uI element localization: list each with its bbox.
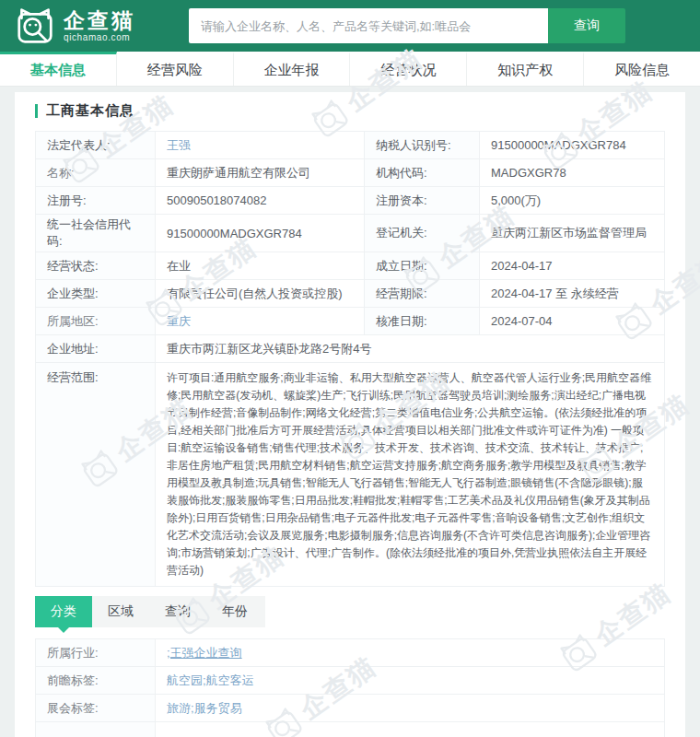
- active-filter-pointer: [58, 627, 69, 633]
- table-row: 展会标签: 旅游;服务贸易: [36, 695, 665, 722]
- value-registration-authority: 重庆两江新区市场监督管理局: [480, 215, 665, 252]
- label-company-name: 名称:: [36, 159, 156, 187]
- filter-tab-bar: 分类 区域 查询 年份: [35, 596, 265, 627]
- value-business-status: 在业: [156, 252, 365, 280]
- section-header: 工商基本信息: [15, 92, 685, 127]
- tags-table: 所属行业: ;王强企业查询 前瞻标签: 航空园;航空客运 展会标签: 旅游;服务…: [35, 638, 665, 737]
- value-credit-code: 91500000MADGXGR784: [156, 215, 365, 252]
- search-bar: 查询: [189, 8, 625, 43]
- label-taxpayer-id: 纳税人识别号:: [365, 132, 480, 159]
- table-row: 法定代表人: 王强 纳税人识别号: 91500000MADGXGR784: [36, 132, 665, 159]
- qianzhan-tag-link[interactable]: 航空园: [167, 673, 203, 687]
- page-title: 工商基本信息: [46, 102, 134, 120]
- label-region: 所属地区:: [36, 308, 156, 335]
- label-credit-code: 统一社会信用代码:: [36, 215, 156, 252]
- value-business-scope: 许可项目:通用航空服务;商业非运输、私用大型航空器运营人、航空器代管人运行业务;…: [156, 363, 665, 587]
- table-row: 企业类型: 有限责任公司(自然人投资或控股) 经营期限: 2024-04-17 …: [36, 280, 665, 308]
- next-row-sliver: [156, 722, 665, 737]
- search-button[interactable]: 查询: [548, 8, 625, 43]
- value-approval-date: 2024-07-04: [480, 308, 665, 335]
- filter-tab-query[interactable]: 查询: [149, 596, 206, 627]
- value-business-term: 2024-04-17 至 永续经营: [480, 280, 665, 308]
- exhibition-tag-link[interactable]: 旅游: [167, 701, 191, 715]
- label-legal-representative: 法定代表人:: [36, 132, 156, 159]
- section-accent-bar: [35, 104, 38, 118]
- label-registration-number: 注册号:: [36, 187, 156, 215]
- label-registered-capital: 注册资本:: [365, 187, 480, 215]
- value-legal-representative: 王强: [156, 132, 365, 159]
- tab-business-risk[interactable]: 经营风险: [117, 52, 234, 86]
- value-company-type: 有限责任公司(自然人投资或控股): [156, 280, 365, 308]
- value-region: 重庆: [156, 308, 365, 335]
- filter-tab-region[interactable]: 区域: [92, 596, 149, 627]
- legal-representative-link[interactable]: 王强: [167, 138, 191, 152]
- label-approval-date: 核准日期:: [365, 308, 480, 335]
- table-row: 所属行业: ;王强企业查询: [36, 639, 665, 667]
- business-info-table: 法定代表人: 王强 纳税人识别号: 91500000MADGXGR784 名称:…: [35, 131, 665, 587]
- logo-domain: qichamao.com: [64, 32, 135, 42]
- label-establish-date: 成立日期:: [365, 252, 480, 280]
- table-row: 名称: 重庆朗萨通用航空有限公司 机构代码: MADGXGR78: [36, 159, 665, 187]
- qianzhan-tag-link[interactable]: 航空客运: [206, 673, 254, 687]
- label-company-address: 企业地址:: [36, 335, 156, 363]
- label-exhibition-tags: 展会标签:: [36, 695, 156, 722]
- exhibition-tag-link[interactable]: 服务贸易: [194, 701, 242, 715]
- label-business-term: 经营期限:: [365, 280, 480, 308]
- value-company-address: 重庆市两江新区龙兴镇卧龙路2号附4号: [156, 335, 665, 363]
- table-row: 注册号: 500905018074082 注册资本: 5,000(万): [36, 187, 665, 215]
- value-org-code: MADGXGR78: [480, 159, 665, 187]
- table-row: 所属地区: 重庆 核准日期: 2024-07-04: [36, 308, 665, 335]
- business-scope-text: 许可项目:通用航空服务;商业非运输、私用大型航空器运营人、航空器代管人运行业务;…: [167, 369, 653, 579]
- value-registration-number: 500905018074082: [156, 187, 365, 215]
- value-establish-date: 2024-04-17: [480, 252, 665, 280]
- tab-intellectual-property[interactable]: 知识产权: [467, 52, 584, 86]
- table-row: 前瞻标签: 航空园;航空客运: [36, 667, 665, 695]
- table-row: [36, 722, 665, 737]
- label-company-type: 企业类型:: [36, 280, 156, 308]
- table-row: 经营状态: 在业 成立日期: 2024-04-17: [36, 252, 665, 280]
- logo-title: 企查猫: [64, 9, 135, 31]
- table-row: 统一社会信用代码: 91500000MADGXGR784 登记机关: 重庆两江新…: [36, 215, 665, 252]
- app-header: 企查猫 qichamao.com 查询: [0, 0, 700, 52]
- cat-magnifier-icon: [15, 7, 55, 44]
- value-exhibition-tags: 旅游;服务贸易: [156, 695, 665, 722]
- value-taxpayer-id: 91500000MADGXGR784: [480, 132, 665, 159]
- label-org-code: 机构代码:: [365, 159, 480, 187]
- main-nav: 基本信息 经营风险 企业年报 经营状况 知识产权 风险信息: [0, 52, 700, 87]
- label-registration-authority: 登记机关:: [365, 215, 480, 252]
- tab-annual-report[interactable]: 企业年报: [234, 52, 351, 86]
- industry-link[interactable]: ;王强企业查询: [167, 646, 242, 660]
- filter-tab-year[interactable]: 年份: [206, 596, 263, 627]
- value-qianzhan-tags: 航空园;航空客运: [156, 667, 665, 695]
- label-qianzhan-tags: 前瞻标签:: [36, 667, 156, 695]
- table-row: 企业地址: 重庆市两江新区龙兴镇卧龙路2号附4号: [36, 335, 665, 363]
- label-business-status: 经营状态:: [36, 252, 156, 280]
- qichamao-logo[interactable]: 企查猫 qichamao.com: [15, 7, 135, 44]
- value-registered-capital: 5,000(万): [480, 187, 665, 215]
- region-link[interactable]: 重庆: [167, 314, 191, 328]
- tab-operating-status[interactable]: 经营状况: [350, 52, 467, 86]
- tab-risk-info[interactable]: 风险信息: [584, 52, 700, 86]
- value-industry: ;王强企业查询: [156, 639, 665, 667]
- tab-basic-info[interactable]: 基本信息: [0, 52, 117, 86]
- content-card: 工商基本信息 法定代表人: 王强 纳税人识别号: 91500000MADGXGR…: [15, 92, 685, 737]
- table-row: 经营范围: 许可项目:通用航空服务;商业非运输、私用大型航空器运营人、航空器代管…: [36, 363, 665, 587]
- label-business-scope: 经营范围:: [36, 363, 156, 587]
- search-input[interactable]: [189, 8, 548, 43]
- next-row-sliver: [36, 722, 156, 737]
- value-company-name: 重庆朗萨通用航空有限公司: [156, 159, 365, 187]
- filter-tab-category[interactable]: 分类: [35, 596, 92, 627]
- label-industry: 所属行业:: [36, 639, 156, 667]
